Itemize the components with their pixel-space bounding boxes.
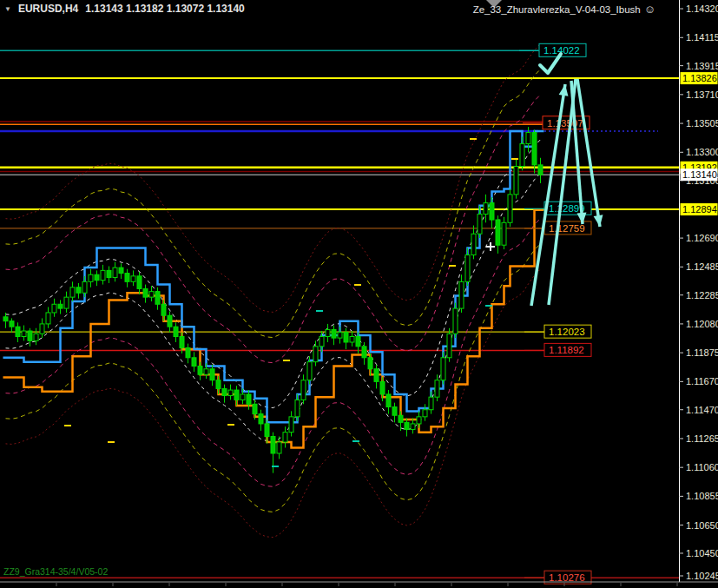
axis-tick-label: 1.11875 bbox=[686, 347, 718, 358]
candle bbox=[526, 133, 530, 144]
candle bbox=[301, 380, 306, 400]
candle bbox=[508, 195, 512, 222]
candle bbox=[82, 281, 87, 293]
candle bbox=[70, 287, 75, 297]
axis-tick-label: 1.14320 bbox=[686, 3, 718, 14]
candle bbox=[131, 276, 135, 281]
candle bbox=[174, 327, 178, 336]
candle bbox=[46, 313, 50, 324]
candle bbox=[34, 334, 38, 340]
symbol-period-label: EURUSD,H4 bbox=[18, 3, 78, 15]
candle bbox=[423, 410, 427, 417]
candle bbox=[478, 215, 482, 235]
candle bbox=[204, 369, 208, 374]
candle bbox=[532, 133, 537, 165]
candle bbox=[222, 388, 227, 395]
axis-tick-label: 1.11670 bbox=[686, 376, 718, 386]
candle bbox=[265, 424, 269, 437]
candle bbox=[28, 331, 32, 340]
candle bbox=[496, 220, 500, 245]
candle bbox=[155, 292, 160, 305]
candle bbox=[453, 308, 458, 334]
candle bbox=[313, 347, 318, 362]
candle bbox=[441, 358, 445, 380]
candle bbox=[344, 333, 348, 342]
candle bbox=[89, 274, 93, 281]
axis-tick-label: 1.11470 bbox=[686, 405, 718, 415]
candle bbox=[137, 276, 142, 289]
candle bbox=[149, 292, 154, 297]
label-text: 1.11892 bbox=[549, 345, 584, 355]
indicator-name-label: Ze_33_Zhuravlerezka_V-04-03_Ibush bbox=[473, 4, 641, 15]
axis-tick-label: 1.13300 bbox=[686, 147, 718, 157]
candle bbox=[113, 268, 117, 277]
axis-tick-label: 1.10650 bbox=[686, 520, 718, 531]
axis-tick-label: 1.13710 bbox=[686, 89, 718, 100]
candle bbox=[198, 367, 202, 375]
candle bbox=[459, 281, 464, 308]
candle bbox=[64, 297, 69, 308]
candle bbox=[465, 255, 470, 282]
axis-tick-label: 1.12690 bbox=[686, 233, 718, 243]
candle bbox=[374, 369, 379, 382]
candle bbox=[228, 390, 233, 395]
candle bbox=[3, 317, 8, 321]
candle bbox=[405, 422, 409, 429]
axis-badge-text: 1.12894 bbox=[682, 204, 717, 215]
candle bbox=[22, 331, 26, 336]
label-text: 1.12759 bbox=[549, 223, 585, 234]
chart-dropdown-icon[interactable]: ▼ bbox=[4, 5, 11, 13]
candle bbox=[295, 400, 300, 416]
axis-tick-label: 1.11060 bbox=[686, 462, 718, 472]
chart-title-bar: ▼ EURUSD,H4 1.13143 1.13182 1.13072 1.13… bbox=[4, 3, 245, 15]
candle bbox=[484, 203, 488, 215]
candle bbox=[289, 417, 293, 433]
axis-badge-text: 1.13826 bbox=[682, 73, 717, 83]
candle bbox=[338, 333, 342, 338]
candle bbox=[210, 369, 214, 380]
chart-canvas[interactable]: 1.140221.135071.128991.127591.120231.118… bbox=[0, 0, 718, 588]
candle bbox=[283, 433, 287, 442]
candle bbox=[107, 270, 111, 277]
candle bbox=[40, 324, 44, 334]
candle bbox=[350, 337, 354, 342]
axis-tick-label: 1.13915 bbox=[686, 61, 718, 71]
candle bbox=[180, 337, 184, 348]
candle bbox=[362, 347, 366, 358]
candle bbox=[234, 390, 239, 400]
candle bbox=[514, 166, 518, 194]
label-text: 1.10276 bbox=[549, 572, 585, 583]
candle bbox=[76, 287, 81, 293]
candle bbox=[332, 329, 336, 338]
candle bbox=[447, 334, 451, 358]
label-text: 1.12023 bbox=[549, 327, 585, 337]
candle bbox=[58, 304, 63, 308]
candle bbox=[192, 358, 196, 367]
candle bbox=[125, 274, 129, 282]
axis-tick-label: 1.10245 bbox=[686, 571, 718, 581]
candle bbox=[386, 394, 391, 407]
axis-tick-label: 1.10855 bbox=[686, 491, 718, 501]
candle bbox=[326, 329, 330, 336]
candle bbox=[143, 288, 148, 297]
candle bbox=[271, 437, 275, 453]
candle bbox=[520, 144, 524, 167]
candle bbox=[186, 347, 190, 357]
label-text: 1.12899 bbox=[549, 203, 585, 214]
candle bbox=[399, 415, 403, 422]
candle bbox=[435, 380, 439, 397]
candle bbox=[307, 362, 312, 380]
candle bbox=[392, 407, 397, 416]
candle bbox=[411, 424, 415, 429]
axis-tick-label: 1.10450 bbox=[686, 548, 718, 558]
candle bbox=[101, 270, 105, 280]
candle bbox=[356, 337, 360, 347]
candle bbox=[490, 203, 494, 220]
candle bbox=[253, 404, 257, 413]
candle bbox=[319, 337, 324, 347]
candle bbox=[277, 442, 281, 453]
axis-tick-label: 1.13505 bbox=[686, 118, 718, 129]
watermark-label: ZZ9_Gra314-35/4/V05-02 bbox=[3, 566, 108, 577]
indicator-title: Ze_33_Zhuravlerezka_V-04-03_Ibush ☺ bbox=[473, 3, 655, 16]
candle bbox=[538, 165, 543, 175]
